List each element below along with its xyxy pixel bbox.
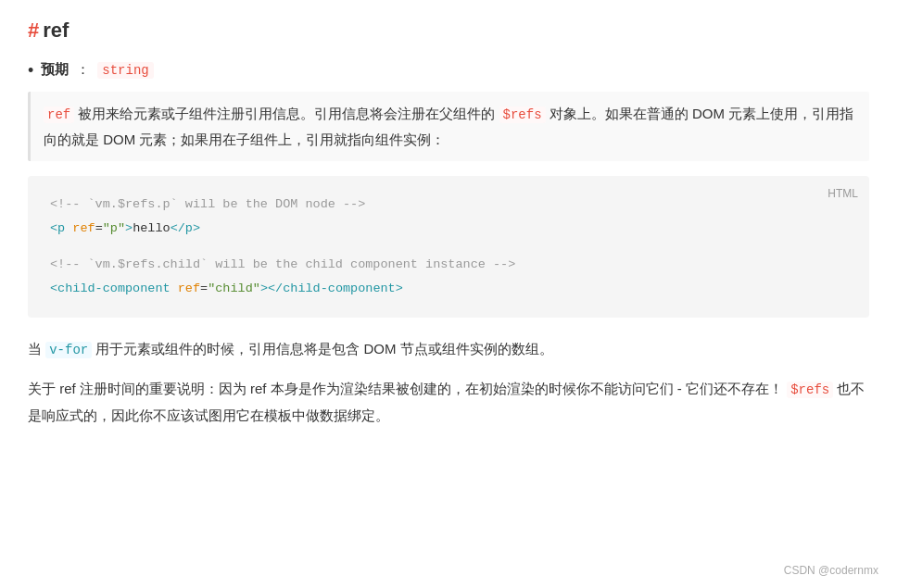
bullet-dot: • [28,62,33,79]
code-line-2: <p ref="p">hello</p> [50,217,847,241]
description-block: ref 被用来给元素或子组件注册引用信息。引用信息将会注册在父组件的 $refs… [28,92,869,161]
code-line-3: <!-- `vm.$refs.child` will be the child … [50,253,847,277]
code-blank-line [50,240,847,253]
colon-separator: ： [76,61,90,79]
code-block: HTML <!-- `vm.$refs.p` will be the DOM n… [28,176,869,318]
hash-symbol: # [28,19,39,42]
page-title: #ref [28,19,869,43]
expected-row: • 预期 ： string [28,61,869,79]
refs-highlight-code: $refs [787,382,833,398]
para1-suffix: 用于元素或组件的时候，引用信息将是包含 DOM 节点或组件实例的数组。 [95,341,552,357]
expected-label: 预期 [41,61,69,79]
code-block-label: HTML [828,183,858,205]
code-line-1: <!-- `vm.$refs.p` will be the DOM node -… [50,193,847,217]
ref-inline-code: ref [44,106,74,123]
type-string-badge: string [97,62,153,79]
para2-text1: 关于 ref 注册时间的重要说明：因为 ref 本身是作为渲染结果被创建的，在初… [28,381,787,396]
code-line-4: <child-component ref="child"></child-com… [50,277,847,301]
desc-text-1: 被用来给元素或子组件注册引用信息。引用信息将会注册在父组件的 [78,106,499,121]
refs-inline-code: $refs [499,106,546,123]
paragraph-refs-note: 关于 ref 注册时间的重要说明：因为 ref 本身是作为渲染结果被创建的，在初… [28,376,869,429]
para1-prefix: 当 [28,341,45,357]
paragraph-vfor: 当 v-for 用于元素或组件的时候，引用信息将是包含 DOM 节点或组件实例的… [28,336,869,363]
vfor-code: v-for [45,342,92,358]
